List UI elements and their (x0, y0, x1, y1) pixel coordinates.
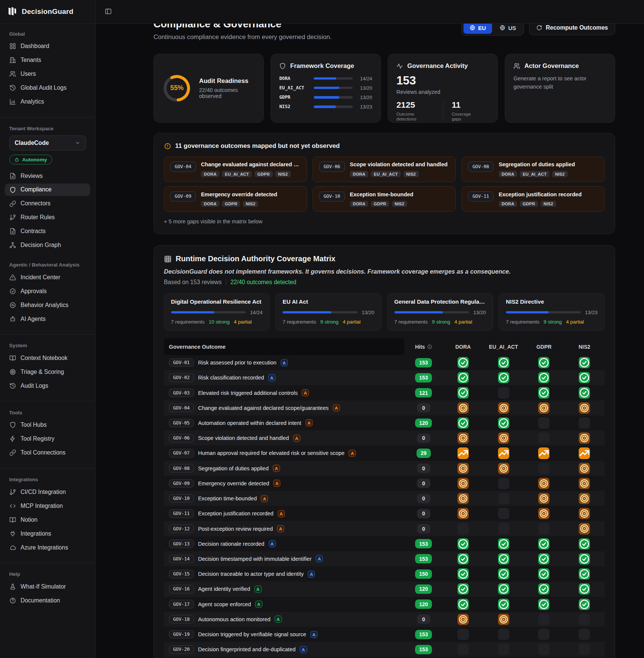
actor-type-badge: A (302, 389, 309, 396)
framework-tag: NIS2 (403, 171, 419, 177)
matrix-subtitle: DecisionGuard does not implement framewo… (164, 268, 605, 275)
gap-card: GOV-06 Scope violation detected and hand… (313, 157, 456, 182)
page-subtitle: Continuous compliance evidence from ever… (153, 33, 332, 41)
actor-type-badge: A (310, 631, 317, 638)
sidebar-item[interactable]: Analytics (5, 95, 90, 108)
gap-card-title: Scope violation detected and handled (350, 161, 448, 167)
sidebar-item[interactable]: Tool Hubs (5, 419, 90, 432)
sidebar-item[interactable]: Connectors (5, 197, 90, 210)
sidebar-item[interactable]: AI Agents (5, 313, 90, 325)
globe-icon (469, 25, 475, 31)
matrix-outcomes-detected[interactable]: 22/40 outcomes detected (230, 279, 296, 286)
sidebar-item[interactable]: What-If Simulator (5, 580, 90, 593)
sidebar-item-icon (9, 43, 16, 50)
framework-tag: EU_AI_ACT (222, 171, 252, 177)
outcome-label: Risk classification recorded (198, 375, 264, 381)
sidebar-item[interactable]: Decision Graph (5, 239, 90, 252)
framework-tag: DORA (350, 171, 368, 177)
sidebar-toggle-icon[interactable] (105, 8, 112, 15)
matrix-cell (457, 432, 469, 444)
matrix-cell (457, 523, 469, 534)
outcome-label: Decision fingerprinted and de-duplicated (198, 646, 296, 652)
sidebar-item[interactable]: Global Audit Logs (5, 82, 90, 95)
coverage-row: GDPR 13/20 (279, 95, 372, 100)
activity-stat-value: 2125 (396, 101, 435, 109)
matrix-cell (538, 644, 549, 655)
refresh-icon (536, 25, 542, 31)
sidebar-item[interactable]: Notion (5, 513, 90, 526)
sidebar-item[interactable]: Behavior Analytics (5, 299, 90, 312)
actor-type-badge: A (275, 616, 282, 623)
sidebar-item[interactable]: MCP Integration (5, 500, 90, 512)
framework-requirements: 7 requirements (283, 319, 316, 325)
table-row: GOV-20 Decision fingerprinted and de-dup… (164, 642, 605, 657)
workspace-selector[interactable]: ClaudeCode (9, 136, 86, 151)
matrix-cell (579, 463, 590, 474)
matrix-cell (498, 523, 509, 534)
sidebar-item[interactable]: CI/CD Integration (5, 486, 90, 498)
matrix-cell (457, 644, 469, 655)
sidebar-item[interactable]: Router Rules (5, 211, 90, 224)
matrix-panel: Runtime Decision Authority Coverage Matr… (153, 245, 615, 658)
sidebar-item[interactable]: Compliance (5, 184, 90, 196)
matrix-cell (579, 432, 590, 444)
table-row: GOV-18 Autonomous action monitored A 0 (164, 612, 605, 627)
sidebar-item[interactable]: Context Notebook (5, 352, 90, 364)
framework-summary-card: Digital Operational Resilience Act 14/24… (164, 293, 270, 331)
actor-type-badge: A (305, 419, 313, 426)
sidebar-item[interactable]: Tenants (5, 54, 90, 67)
coverage-progress-bar (314, 96, 353, 99)
sidebar-item[interactable]: Documentation (5, 594, 90, 607)
sidebar-section: Integrations CI/CD Integration MCP Integ… (0, 468, 95, 559)
sidebar-item-label: Global Audit Logs (21, 84, 66, 91)
outcome-label: Exception justification recorded (198, 510, 274, 516)
matrix-cell (538, 508, 549, 519)
sidebar-item-icon (9, 228, 16, 235)
sidebar-item[interactable]: Dashboard (5, 40, 90, 53)
sidebar-item[interactable]: Tool Registry (5, 433, 90, 446)
hits-badge: 153 (415, 539, 432, 548)
matrix-cell (538, 387, 549, 398)
matrix-cell (498, 432, 509, 444)
gap-card-title: Emergency override detected (201, 191, 277, 197)
sidebar-item-label: Behavior Analytics (21, 302, 69, 309)
sidebar-item[interactable]: Contracts (5, 225, 90, 238)
outcome-label: Decision traceable to actor type and ide… (198, 571, 304, 577)
sidebar-item[interactable]: Tool Connections (5, 447, 90, 459)
alert-circle-icon (164, 143, 171, 150)
region-button-label: EU (478, 25, 486, 31)
sidebar-item[interactable]: Users (5, 68, 90, 81)
sidebar-item-icon (9, 187, 16, 193)
sidebar-item-label: Tenants (21, 57, 41, 63)
sidebar-item[interactable]: Azure Integrations (5, 541, 90, 554)
gap-card-id: GOV-06 (319, 161, 345, 172)
table-header-row: Governance Outcome Hits DORAEU_AI_ACTGDP… (164, 338, 605, 355)
region-button[interactable]: EU (463, 22, 492, 33)
info-icon[interactable] (427, 344, 432, 349)
sidebar-item[interactable]: Incident Center (5, 271, 90, 284)
brand-logo-icon (7, 6, 18, 17)
matrix-cell (538, 357, 549, 368)
sidebar-item-icon (9, 544, 16, 551)
table-row: GOV-04 Change evaluated against declared… (164, 401, 605, 416)
sidebar-item[interactable]: Reviews (5, 170, 90, 182)
region-button[interactable]: US (494, 22, 522, 33)
coverage-progress-bar (314, 105, 353, 108)
sidebar-item-icon (9, 369, 16, 375)
actor-type-badge: A (300, 646, 307, 653)
sidebar-item-label: Audit Logs (21, 382, 48, 389)
actor-type-badge: A (308, 571, 315, 578)
coverage-value: 13/20 (357, 85, 372, 91)
outcome-label: Post-exception review required (198, 526, 273, 532)
framework-strong-count: 9 strong (544, 319, 562, 325)
outcome-label: Human approval required for elevated ris… (198, 450, 345, 456)
sidebar-item[interactable]: Triage & Scoring (5, 366, 90, 378)
sidebar-nav: Global Dashboard Tenants (0, 24, 95, 621)
sidebar-section-label: Agentic / Behavioral Analysis (5, 259, 90, 271)
sidebar-item-label: Dashboard (21, 43, 49, 50)
sidebar-item-icon (9, 288, 16, 295)
outcome-id-chip: GOV-15 (169, 570, 194, 578)
sidebar-item[interactable]: Audit Logs (5, 379, 90, 392)
sidebar-item[interactable]: Approvals (5, 285, 90, 298)
sidebar-item[interactable]: Integrations (5, 527, 90, 540)
